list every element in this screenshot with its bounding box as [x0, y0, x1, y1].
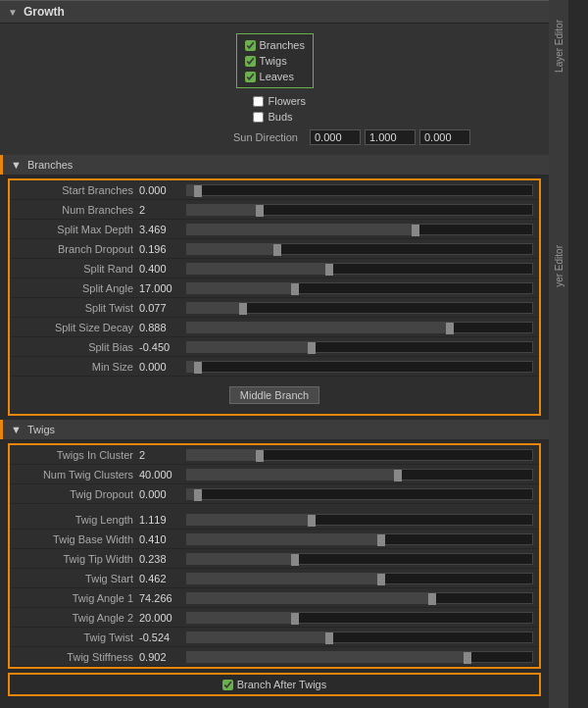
prop-twig-angle-1: Twig Angle 1 74.266 [10, 588, 539, 608]
twig-base-width-label: Twig Base Width [16, 533, 133, 545]
growth-non-checked-group: Flowers Buds [245, 92, 314, 126]
split-rand-slider[interactable] [186, 263, 533, 275]
twigs-arrow-icon: ▼ [11, 424, 22, 435]
split-angle-slider[interactable] [186, 282, 533, 294]
branch-dropout-value: 0.196 [139, 243, 186, 255]
buds-checkbox[interactable] [253, 112, 264, 123]
split-twist-label: Split Twist [16, 302, 133, 314]
split-angle-value: 17.000 [139, 282, 186, 294]
twig-start-slider[interactable] [186, 573, 533, 584]
split-max-depth-value: 3.469 [139, 224, 186, 235]
twig-twist-label: Twig Twist [16, 632, 133, 643]
twig-start-label: Twig Start [16, 573, 133, 584]
twigs-checkbox[interactable] [245, 56, 256, 67]
twig-tip-width-slider[interactable] [186, 553, 533, 565]
prop-split-size-decay: Split Size Decay 0.888 [10, 318, 539, 337]
twigs-label: Twigs [260, 55, 287, 67]
sidebar-label-1: Layer Editor [554, 20, 564, 73]
split-max-depth-label: Split Max Depth [16, 224, 133, 235]
start-branches-slider[interactable] [186, 184, 533, 196]
leaves-label: Leaves [260, 71, 294, 82]
num-branches-slider[interactable] [186, 204, 533, 216]
branch-after-twigs-checkbox[interactable] [222, 680, 233, 690]
twig-dropout-value: 0.000 [139, 488, 186, 500]
sun-direction-z[interactable] [419, 129, 470, 145]
branches-checkbox[interactable] [245, 40, 256, 51]
flowers-label: Flowers [268, 95, 306, 107]
twig-length-slider[interactable] [186, 514, 533, 526]
twig-angle-2-slider[interactable] [186, 612, 533, 624]
sun-direction-label: Sun Direction [233, 131, 298, 143]
twig-twist-slider[interactable] [186, 632, 533, 643]
prop-twig-start: Twig Start 0.462 [10, 569, 539, 588]
sun-direction-y[interactable] [365, 129, 416, 145]
prop-start-branches: Start Branches 0.000 [10, 180, 539, 200]
branch-after-twigs-label: Branch After Twigs [237, 679, 327, 690]
twig-base-width-slider[interactable] [186, 533, 533, 545]
split-size-decay-value: 0.888 [139, 322, 186, 333]
checkbox-twigs[interactable]: Twigs [245, 54, 287, 68]
twig-angle-1-value: 74.266 [139, 592, 186, 604]
checkbox-branches[interactable]: Branches [245, 38, 305, 52]
prop-split-twist: Split Twist 0.077 [10, 298, 539, 318]
sun-direction-x[interactable] [310, 129, 361, 145]
growth-arrow-icon: ▼ [8, 7, 18, 18]
prop-split-angle: Split Angle 17.000 [10, 278, 539, 298]
prop-num-branches: Num Branches 2 [10, 200, 539, 220]
num-branches-label: Num Branches [16, 204, 133, 216]
min-size-value: 0.000 [139, 361, 186, 373]
branches-inner: Start Branches 0.000 Num Branches 2 Spli… [10, 180, 539, 414]
twig-length-label: Twig Length [16, 514, 133, 526]
min-size-slider[interactable] [186, 361, 533, 373]
growth-section-header: ▼ Growth [0, 0, 549, 24]
branches-arrow-icon: ▼ [11, 159, 22, 171]
branches-section-header: ▼ Branches [0, 155, 549, 175]
prop-twig-stiffness: Twig Stiffness 0.902 [10, 647, 539, 667]
leaves-checkbox[interactable] [245, 72, 256, 82]
checkbox-buds[interactable]: Buds [253, 110, 292, 124]
prop-twig-twist: Twig Twist -0.524 [10, 628, 539, 647]
split-size-decay-label: Split Size Decay [16, 322, 133, 333]
twig-stiffness-slider[interactable] [186, 651, 533, 663]
checkbox-flowers[interactable]: Flowers [253, 94, 306, 108]
twig-dropout-slider[interactable] [186, 488, 533, 500]
growth-section: Branches Twigs Leaves Flowers [0, 24, 549, 155]
main-panel[interactable]: ▼ Growth Branches Twigs Leaves [0, 0, 549, 708]
prop-min-size: Min Size 0.000 [10, 357, 539, 377]
split-bias-slider[interactable] [186, 341, 533, 353]
start-branches-label: Start Branches [16, 184, 133, 196]
prop-twigs-in-cluster: Twigs In Cluster 2 [10, 445, 539, 465]
twig-twist-value: -0.524 [139, 632, 186, 643]
twig-tip-width-label: Twig Tip Width [16, 553, 133, 565]
twig-length-value: 1.119 [139, 514, 186, 526]
checkbox-leaves[interactable]: Leaves [245, 70, 294, 83]
prop-twig-dropout: Twig Dropout 0.000 [10, 484, 539, 504]
growth-checkbox-group: Branches Twigs Leaves [236, 33, 314, 88]
num-branches-value: 2 [139, 204, 186, 216]
num-twig-clusters-slider[interactable] [186, 469, 533, 480]
branches-label: Branches [260, 39, 305, 51]
split-twist-value: 0.077 [139, 302, 186, 314]
twigs-in-cluster-label: Twigs In Cluster [16, 449, 133, 461]
twigs-inner: Twigs In Cluster 2 Num Twig Clusters 40.… [10, 445, 539, 667]
twig-angle-2-label: Twig Angle 2 [16, 612, 133, 624]
split-rand-value: 0.400 [139, 263, 186, 275]
split-size-decay-slider[interactable] [186, 322, 533, 333]
twig-angle-1-label: Twig Angle 1 [16, 592, 133, 604]
split-bias-value: -0.450 [139, 341, 186, 353]
prop-num-twig-clusters: Num Twig Clusters 40.000 [10, 465, 539, 484]
branch-dropout-label: Branch Dropout [16, 243, 133, 255]
twig-angle-1-slider[interactable] [186, 592, 533, 604]
num-twig-clusters-label: Num Twig Clusters [16, 469, 133, 480]
split-angle-label: Split Angle [16, 282, 133, 294]
middle-branch-button[interactable]: Middle Branch [229, 386, 319, 404]
buds-label: Buds [268, 111, 292, 123]
prop-split-bias: Split Bias -0.450 [10, 337, 539, 357]
split-max-depth-slider[interactable] [186, 224, 533, 235]
split-twist-slider[interactable] [186, 302, 533, 314]
twigs-in-cluster-slider[interactable] [186, 449, 533, 461]
branches-section: Start Branches 0.000 Num Branches 2 Spli… [8, 178, 541, 416]
branch-dropout-slider[interactable] [186, 243, 533, 255]
flowers-checkbox[interactable] [253, 96, 264, 107]
growth-title: Growth [24, 5, 65, 19]
